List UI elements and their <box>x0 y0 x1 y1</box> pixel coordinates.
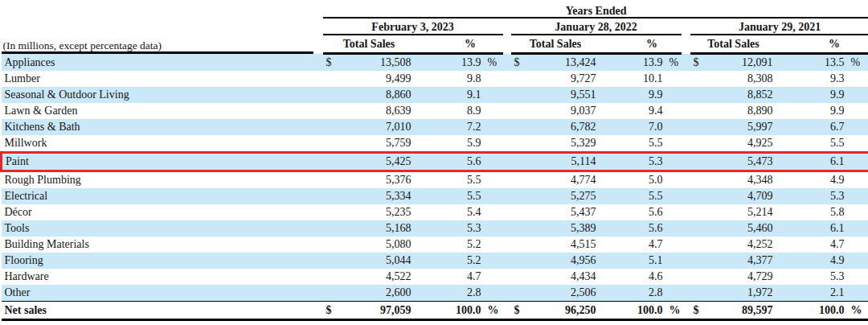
total-sales-value: 8,890 <box>706 103 777 119</box>
dollar-sign <box>323 71 339 87</box>
row-label: Net sales <box>2 302 323 320</box>
column-gap <box>682 171 690 189</box>
total-sales-value: 5,437 <box>526 204 600 220</box>
percent-value: 4.7 <box>416 269 484 285</box>
dollar-sign <box>511 237 526 253</box>
total-sales-value: 89,597 <box>706 302 777 320</box>
column-gap <box>682 54 690 72</box>
dollar-sign <box>323 220 339 237</box>
total-sales-value: 5,275 <box>526 188 600 204</box>
dollar-sign <box>323 87 339 103</box>
percent-value: 2.8 <box>600 285 665 302</box>
dollar-sign <box>511 71 526 87</box>
percent-sign <box>665 171 682 189</box>
total-sales-value: 4,729 <box>706 269 777 285</box>
total-sales-value: 97,059 <box>339 302 416 320</box>
percent-value: 5.3 <box>416 220 484 237</box>
column-gap <box>503 302 511 320</box>
percent-sign <box>847 87 868 103</box>
column-gap <box>682 103 690 119</box>
table-row: Kitchens & Bath7,0107.26,7827.05,9976.7 <box>2 119 868 135</box>
percent-sign <box>484 237 503 253</box>
column-gap <box>682 188 690 204</box>
total-sales-value: 96,250 <box>526 302 600 320</box>
dollar-sign <box>690 153 706 171</box>
row-label: Other <box>2 285 323 302</box>
period-header-2021: January 29, 2021 <box>690 18 868 35</box>
percent-sign: % <box>484 302 503 320</box>
row-label: Décor <box>2 204 323 220</box>
total-sales-value: 5,460 <box>706 220 777 237</box>
percent-sign <box>484 103 503 119</box>
column-gap <box>503 87 511 103</box>
column-gap <box>503 54 511 72</box>
total-sales-value: 2,600 <box>339 285 416 302</box>
dollar-sign <box>511 153 526 171</box>
column-gap <box>503 171 511 189</box>
dollar-sign <box>511 204 526 220</box>
percent-value: 5.3 <box>777 188 847 204</box>
row-label: Electrical <box>2 188 323 204</box>
dollar-sign <box>511 171 526 189</box>
percent-sign: % <box>484 54 503 72</box>
dollar-sign: $ <box>690 302 706 320</box>
total-sales-header: Total Sales <box>511 35 600 54</box>
paint-row-highlight: Paint5,4255.65,1145.35,4736.1 <box>2 153 868 171</box>
years-ended-row: Years Ended <box>2 2 868 18</box>
percent-sign <box>847 285 868 302</box>
percent-sign <box>484 119 503 135</box>
percent-sign <box>484 153 503 171</box>
total-sales-value: 5,214 <box>706 204 777 220</box>
percent-sign <box>665 87 682 103</box>
column-gap <box>682 135 690 153</box>
percent-sign <box>484 135 503 153</box>
percent-sign <box>665 237 682 253</box>
dollar-sign <box>690 135 706 153</box>
dollar-sign <box>511 253 526 269</box>
dollar-sign <box>323 253 339 269</box>
total-sales-value: 4,515 <box>526 237 600 253</box>
total-sales-value: 13,508 <box>339 54 416 72</box>
percent-value: 5.6 <box>600 204 665 220</box>
percent-sign <box>484 220 503 237</box>
percent-value: 6.1 <box>777 153 847 171</box>
total-sales-header: Total Sales <box>323 35 416 54</box>
column-gap <box>503 188 511 204</box>
table-row: Millwork5,7595.95,3295.54,9255.5 <box>2 135 868 153</box>
table-row: Hardware4,5224.74,4344.64,7295.3 <box>2 269 868 285</box>
total-sales-value: 4,348 <box>706 171 777 189</box>
percent-value: 4.7 <box>600 237 665 253</box>
total-sales-value: 8,639 <box>339 103 416 119</box>
percent-sign <box>665 119 682 135</box>
percent-value: 6.7 <box>777 119 847 135</box>
column-gap <box>682 153 690 171</box>
percent-sign <box>665 285 682 302</box>
total-sales-value: 5,376 <box>339 171 416 189</box>
years-ended-header: Years Ended <box>323 2 868 18</box>
column-gap <box>682 87 690 103</box>
sales-by-category-table: Years Ended February 3, 2023 January 28,… <box>0 2 868 321</box>
percent-value: 5.5 <box>777 135 847 153</box>
total-sales-value: 5,473 <box>706 153 777 171</box>
column-gap <box>682 35 690 54</box>
dollar-sign <box>511 103 526 119</box>
percent-value: 10.1 <box>600 71 665 87</box>
column-gap <box>682 71 690 87</box>
total-sales-value: 4,774 <box>526 171 600 189</box>
percent-value: 100.0 <box>416 302 484 320</box>
column-gap <box>503 153 511 171</box>
total-sales-value: 13,424 <box>526 54 600 72</box>
dollar-sign <box>511 285 526 302</box>
dollar-sign <box>323 285 339 302</box>
percent-value: 13.5 <box>777 54 847 72</box>
percent-sign <box>484 269 503 285</box>
dollar-sign <box>690 269 706 285</box>
column-gap <box>503 220 511 237</box>
percent-header: % <box>777 35 868 54</box>
percent-value: 5.5 <box>416 171 484 189</box>
column-gap <box>503 253 511 269</box>
percent-sign <box>847 71 868 87</box>
column-gap <box>503 18 511 35</box>
total-sales-value: 5,080 <box>339 237 416 253</box>
total-sales-value: 4,925 <box>706 135 777 153</box>
